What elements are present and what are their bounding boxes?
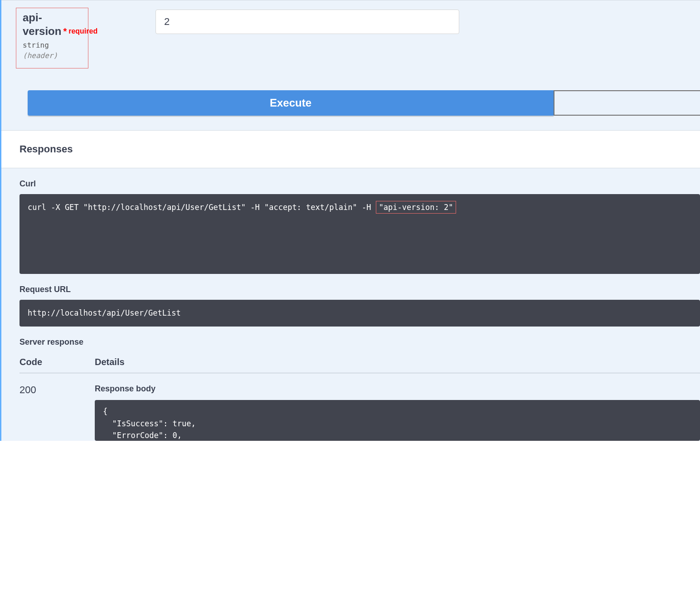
param-name: api- <box>23 11 42 24</box>
curl-label: Curl <box>19 179 700 189</box>
responses-heading: Responses <box>1 130 700 168</box>
param-type: string <box>23 41 84 49</box>
curl-highlighted-header: "api-version: 2" <box>376 201 457 214</box>
response-row: 200 Response body { "IsSuccess": true, "… <box>19 373 700 441</box>
curl-text: curl -X GET "http://localhost/api/User/G… <box>28 203 376 212</box>
param-highlight-box: api- version * required string (header) <box>16 8 88 68</box>
response-body-content: { "IsSuccess": true, "ErrorCode": 0, "Er… <box>95 400 700 441</box>
request-url-value: http://localhost/api/User/GetList <box>19 300 700 327</box>
clear-button[interactable] <box>554 90 700 116</box>
column-details: Details <box>95 357 700 367</box>
column-code: Code <box>19 357 95 367</box>
required-star-icon: * <box>63 26 67 37</box>
request-url-label: Request URL <box>19 285 700 294</box>
parameter-row: api- version * required string (header) <box>1 0 700 68</box>
param-location: (header) <box>23 51 84 60</box>
server-response-label: Server response <box>19 337 700 347</box>
required-label: required <box>68 27 97 36</box>
response-table-header: Code Details <box>19 357 700 373</box>
param-name: version <box>23 24 61 38</box>
execute-button[interactable]: Execute <box>28 90 554 116</box>
curl-command: curl -X GET "http://localhost/api/User/G… <box>19 194 700 274</box>
api-version-input[interactable] <box>156 10 459 34</box>
response-body-label: Response body <box>95 384 700 394</box>
status-code: 200 <box>19 384 95 441</box>
